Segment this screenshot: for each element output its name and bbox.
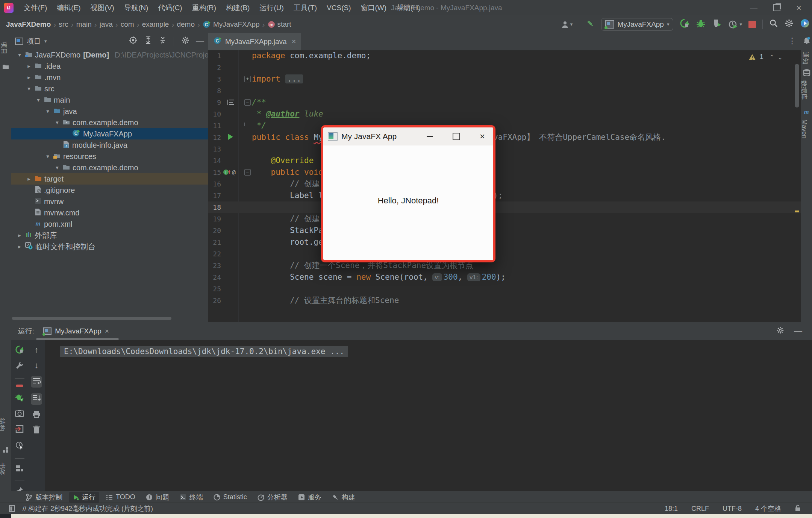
menu-item[interactable]: 重构(R) [187, 0, 221, 15]
code-line-26[interactable]: 26 // 设置主舞台的标题和Scene [208, 295, 801, 306]
tree-toggle-icon[interactable]: ▸ [17, 232, 23, 239]
indent-style[interactable]: 4 个空格 [755, 504, 781, 513]
close-tab-icon[interactable]: × [292, 37, 296, 46]
layout-settings-icon[interactable] [15, 465, 24, 474]
status-message[interactable]: // 构建在 2秒942毫秒内成功完成 (片刻之前) [23, 504, 153, 513]
tree-item-target[interactable]: ▸target [11, 173, 208, 185]
line-separator[interactable]: CRLF [691, 505, 709, 513]
code-line-22[interactable]: 22 [208, 248, 801, 260]
tree-item-java[interactable]: ▾java [11, 106, 208, 117]
maven-button[interactable]: m [803, 108, 810, 117]
tool-window-button-branch[interactable]: 版本控制 [22, 492, 66, 503]
tree-item-src[interactable]: ▾src [11, 83, 208, 94]
tree-toggle-icon[interactable]: ▾ [54, 164, 60, 171]
tool-window-switcher-icon[interactable] [9, 505, 15, 514]
code-line-20[interactable]: 20 StackPa [208, 225, 801, 236]
breadcrumb-item[interactable]: com [121, 20, 134, 29]
profiler-run-icon[interactable] [712, 18, 722, 30]
breadcrumb-item[interactable]: src [59, 20, 68, 29]
menu-item[interactable]: 文件(F) [19, 0, 52, 15]
print-icon[interactable] [32, 410, 41, 420]
breadcrumb-item[interactable]: CMyJavaFXApp [203, 20, 260, 29]
fold-marker-icon[interactable]: + [244, 76, 251, 82]
menu-item[interactable]: 视图(V) [86, 0, 119, 15]
run-settings-gear-icon[interactable] [776, 326, 784, 336]
tree-toggle-icon[interactable]: ▸ [17, 243, 23, 250]
folder-icon[interactable] [2, 63, 9, 71]
code-line-11[interactable]: 11 */ [208, 120, 801, 132]
tool-window-button-play[interactable]: 运行 [69, 492, 99, 503]
tool-stripe-bell[interactable]: 通知 [801, 52, 810, 65]
collapse-all-icon[interactable] [159, 36, 167, 46]
tool-window-button-terminal[interactable]: 终端 [176, 492, 207, 503]
bell-button[interactable] [803, 37, 810, 46]
tree-item-mvnw[interactable]: mvnw [11, 196, 208, 207]
code-line-24[interactable]: 24 Scene scene = new Scene(root, v:300, … [208, 271, 801, 283]
run-tab[interactable]: MyJavaFXApp × [39, 322, 113, 340]
fold-marker-icon[interactable]: − [244, 169, 251, 176]
tool-window-button-services[interactable]: 服务 [294, 492, 325, 503]
tool-stripe-project[interactable]: 项目 [0, 42, 8, 55]
tree-item-[interactable]: ▸外部库 [11, 230, 208, 241]
run-gutter-icon[interactable] [227, 133, 234, 142]
run-icon[interactable] [680, 18, 689, 30]
chevron-down-icon[interactable]: ▾ [44, 38, 47, 44]
breadcrumb-item[interactable]: mstart [268, 20, 291, 29]
code-line-10[interactable]: 10 * @author luke [208, 108, 801, 120]
code-line-25[interactable]: 25 [208, 283, 801, 295]
code-line-18[interactable]: 18 [208, 201, 801, 213]
tree-toggle-icon[interactable]: ▸ [26, 63, 32, 70]
code-line-16[interactable]: 16 // 创建 [208, 178, 801, 190]
user-account-icon[interactable]: ▾ [561, 20, 573, 29]
fold-marker-icon[interactable] [244, 123, 248, 126]
edit-configuration-wrench-icon[interactable] [15, 362, 24, 372]
menu-item[interactable]: 窗口(W) [356, 0, 391, 15]
hide-run-panel-icon[interactable]: — [794, 326, 802, 336]
tree-item-.idea[interactable]: ▸.idea [11, 61, 208, 72]
tool-stripe-database[interactable]: 数据库 [800, 80, 808, 100]
code-line-21[interactable]: 21 root.ge [208, 236, 801, 248]
close-run-tab-icon[interactable]: × [105, 327, 109, 335]
screenshot-camera-icon[interactable] [15, 409, 24, 419]
clear-all-trash-icon[interactable] [33, 426, 40, 436]
code-line-8[interactable]: 8 [208, 85, 801, 97]
select-opened-file-icon[interactable] [129, 36, 137, 46]
editor-options-icon[interactable]: ⋮ [788, 36, 796, 46]
tree-item-[interactable]: ▸临时文件和控制台 [11, 241, 208, 252]
tool-window-button-profiler[interactable]: 分析器 [254, 492, 291, 503]
tool-stripe-maven[interactable]: Maven [800, 119, 808, 138]
code-line-13[interactable]: 13 [208, 143, 801, 155]
fold-marker-icon[interactable]: − [244, 99, 251, 106]
tree-item-main[interactable]: ▾main [11, 94, 208, 106]
learn-sphere-icon[interactable] [800, 18, 810, 30]
tree-toggle-icon[interactable]: ▾ [17, 51, 23, 58]
tree-toggle-icon[interactable]: ▾ [45, 108, 51, 115]
soft-wrap-icon[interactable] [31, 376, 42, 388]
tree-item-mvnw.cmd[interactable]: mvnw.cmd [11, 207, 208, 218]
fx-maximize-icon[interactable] [453, 133, 460, 140]
menu-item[interactable]: 运行(U) [255, 0, 288, 15]
menu-item[interactable]: 代码(C) [153, 0, 187, 15]
restart-debug-icon[interactable] [15, 393, 24, 404]
code-line-23[interactable]: 23 // 创建一个Scene，并将StackPane设置为根节点 [208, 260, 801, 271]
javafx-window-titlebar[interactable]: My JavaFX App × [323, 127, 493, 145]
restore-icon[interactable] [773, 4, 780, 11]
tree-item-JavaFXDemo[interactable]: ▾JavaFXDemo [Demo]D:\IDEAProjects\JCNCPr… [11, 49, 208, 61]
menu-item[interactable]: 构建(B) [221, 0, 255, 15]
dump-threads-icon[interactable] [15, 441, 24, 452]
code-line-15[interactable]: 15I@− public void [208, 167, 801, 178]
tool-stripe-structure[interactable]: 结构 [0, 418, 6, 431]
tree-item-.gitignore[interactable]: .gitignore [11, 185, 208, 196]
tool-window-button-problems[interactable]: 问题 [142, 492, 173, 503]
doc-gutter-icon[interactable] [227, 99, 235, 108]
stop-icon[interactable] [16, 385, 23, 387]
code-line-19[interactable]: 19 // 创建 [208, 213, 801, 225]
caret-position[interactable]: 18:1 [665, 505, 678, 513]
code-line-17[interactable]: 17 Label l [208, 190, 801, 201]
tree-item-module-info.java[interactable]: Jmodule-info.java [11, 139, 208, 151]
database-button[interactable] [803, 69, 810, 78]
menu-item[interactable]: 编辑(E) [52, 0, 85, 15]
search-everywhere-icon[interactable] [769, 19, 778, 30]
tree-item-MyJavaFXApp[interactable]: CMyJavaFXApp [11, 128, 208, 139]
breadcrumb-item[interactable]: example [142, 20, 169, 29]
